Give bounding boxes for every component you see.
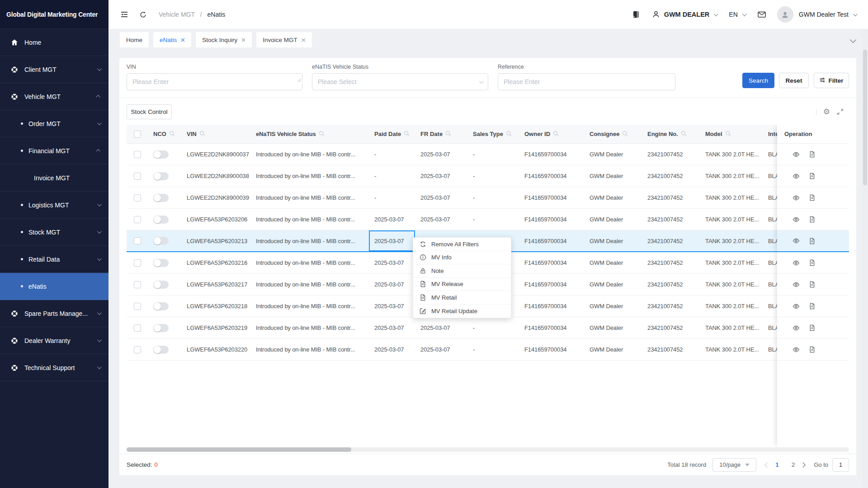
close-icon[interactable] [302,38,306,42]
row-checkbox[interactable] [134,151,141,158]
document-icon[interactable] [809,346,816,353]
collapse-menu-icon[interactable] [120,10,128,19]
search-icon[interactable] [506,131,512,138]
status-select[interactable]: Please Select [312,73,488,90]
table-row[interactable]: LGWEF6A53P6203206Introduced by on-line M… [127,209,844,230]
page-number-2[interactable]: 2 [792,461,795,468]
dealer-switcher[interactable]: GWM DEALER [652,10,717,19]
nco-toggle[interactable] [153,237,169,245]
sidebar-item-spare-parts[interactable]: Spare Parts Manage... [0,300,108,327]
document-icon[interactable] [809,303,816,310]
view-eye-icon[interactable] [793,324,800,332]
horizontal-scrollbar-thumb[interactable] [127,447,351,452]
sidebar-item-technical-support[interactable]: Technical Support [0,354,108,381]
row-checkbox[interactable] [134,194,141,202]
context-menu-item-mv-info[interactable]: MV Info [413,251,511,265]
nco-toggle[interactable] [153,324,169,332]
view-eye-icon[interactable] [793,237,800,244]
goto-page-input[interactable] [832,458,849,472]
handbook-icon[interactable] [632,10,640,19]
sidebar-item-logistics-mgt[interactable]: Logistics MGT [0,192,108,219]
search-icon[interactable] [553,131,559,138]
refresh-icon[interactable] [139,11,147,19]
table-row[interactable]: LGWEE2D2NK8900039Introduced by on-line M… [127,187,844,209]
document-icon[interactable] [809,173,816,179]
view-eye-icon[interactable] [793,173,800,180]
table-row[interactable]: LGWEF6A53P6203219Introduced by on-line M… [127,317,844,339]
row-checkbox[interactable] [134,259,141,267]
search-icon[interactable] [681,131,687,138]
close-icon[interactable] [241,38,245,42]
next-page-icon[interactable] [801,462,806,467]
document-icon[interactable] [809,259,816,266]
table-row[interactable]: LGWEE2D2NK8900038Introduced by on-line M… [127,165,844,187]
document-icon[interactable] [809,324,816,331]
context-menu-item-mv-retail[interactable]: MV Retail [413,291,511,305]
search-button[interactable]: Search [742,73,774,88]
view-eye-icon[interactable] [793,151,800,158]
page-number-1[interactable]: 1 [775,461,779,468]
sidebar-item-dealer-warranty[interactable]: Dealer Warranty [0,327,108,354]
view-eye-icon[interactable] [793,194,800,202]
sidebar-item-stock-mgt[interactable]: Stock MGT [0,219,108,246]
nco-toggle[interactable] [153,302,169,310]
stock-control-button[interactable]: Stock Control [127,104,172,119]
fullscreen-icon[interactable] [837,108,844,115]
language-switcher[interactable]: EN [729,11,745,18]
previous-page-icon[interactable] [765,462,770,467]
context-menu-item-mv-release[interactable]: MV Release [413,278,511,291]
reset-button[interactable]: Reset [779,73,809,88]
nco-toggle[interactable] [153,172,169,180]
sidebar-item-invoice-mgt[interactable]: Invoice MGT [0,164,108,192]
view-eye-icon[interactable] [793,303,800,310]
table-row[interactable]: LGWEE2D2NK8900037Introduced by on-line M… [127,144,844,165]
view-eye-icon[interactable] [793,259,800,267]
document-icon[interactable] [809,238,816,244]
view-eye-icon[interactable] [793,346,800,353]
search-icon[interactable] [622,131,628,138]
row-checkbox[interactable] [134,324,141,332]
document-icon[interactable] [809,281,816,288]
document-icon[interactable] [809,194,816,201]
nco-toggle[interactable] [153,259,169,267]
row-checkbox[interactable] [134,281,141,288]
search-icon[interactable] [169,131,175,138]
sidebar-item-order-mgt[interactable]: Order MGT [0,110,108,137]
close-icon[interactable] [181,38,185,42]
sidebar-item-enatis[interactable]: eNatis [0,273,108,300]
gear-icon[interactable]: ⚙ [823,108,830,116]
search-icon[interactable] [319,131,325,138]
sidebar-item-vehicle-mgt[interactable]: Vehicle MGT [0,83,108,110]
document-icon[interactable] [809,216,816,223]
sidebar-item-home[interactable]: Home [0,29,108,56]
vertical-scrollbar-thumb[interactable] [863,50,867,185]
resize-handle-icon[interactable] [297,76,301,84]
row-checkbox[interactable] [134,303,141,310]
tab-home[interactable]: Home [120,32,149,47]
row-checkbox[interactable] [134,173,141,180]
vin-input[interactable] [127,73,302,90]
table-row[interactable]: LGWEF6A53P6203220Introduced by on-line M… [127,339,844,361]
reference-input[interactable] [498,73,675,90]
search-icon[interactable] [725,131,731,138]
tab-enatis[interactable]: eNatis [153,32,191,47]
nco-toggle[interactable] [153,216,169,224]
nco-toggle[interactable] [153,150,169,159]
context-menu-item-remove-all-filters[interactable]: Remove All Filters [413,238,511,251]
context-menu-item-mv-retail-update[interactable]: MV Retail Update [413,305,511,318]
tab-list-chevron-icon[interactable] [850,37,856,43]
context-menu-item-note[interactable]: Note [413,264,511,278]
sidebar-item-financial-mgt[interactable]: Financial MGT [0,137,108,164]
view-eye-icon[interactable] [793,281,800,288]
row-checkbox[interactable] [134,346,141,353]
select-all-checkbox[interactable] [134,131,141,138]
nco-toggle[interactable] [153,194,169,202]
search-icon[interactable] [445,131,451,138]
search-icon[interactable] [404,131,410,138]
sidebar-item-retail-data[interactable]: Retail Data [0,246,108,273]
breadcrumb-parent[interactable]: Vehicle MGT [159,11,195,18]
row-checkbox[interactable] [134,237,141,244]
user-menu[interactable]: GWM Dealer Test [777,6,856,23]
search-icon[interactable] [199,131,205,138]
nco-toggle[interactable] [153,346,169,354]
